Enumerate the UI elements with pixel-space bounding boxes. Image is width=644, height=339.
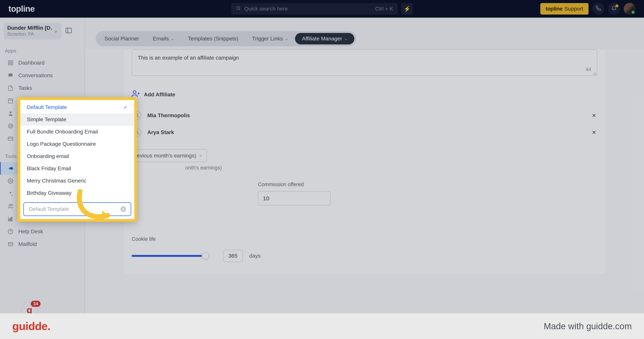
annotation-arrow bbox=[72, 188, 122, 226]
check-icon: ✓ bbox=[124, 104, 128, 110]
option-label: Black Friday Email bbox=[27, 165, 71, 172]
template-option[interactable]: Black Friday Email bbox=[20, 162, 134, 175]
svg-marker-32 bbox=[102, 210, 108, 221]
option-label: Onboarding email bbox=[27, 153, 69, 159]
footer: guidde. Made with guidde.com bbox=[0, 313, 644, 339]
template-option[interactable]: Merry Christmas Generic bbox=[20, 175, 134, 187]
option-label: Birthday Giveaway bbox=[27, 190, 71, 196]
option-label: Simple Template bbox=[27, 116, 66, 123]
option-label: Logo Package Questionnaire bbox=[27, 141, 96, 147]
option-label: Full Bundle Onboarding Email bbox=[27, 129, 98, 135]
template-option[interactable]: Onboarding email bbox=[20, 150, 134, 162]
option-label: Default Template bbox=[27, 104, 67, 110]
template-option[interactable]: Full Bundle Onboarding Email bbox=[20, 126, 134, 138]
template-option[interactable]: Logo Package Questionnaire bbox=[20, 138, 134, 150]
guidde-logo: guidde. bbox=[12, 321, 50, 332]
dropdown-list[interactable]: Default Template✓Simple TemplateFull Bun… bbox=[20, 100, 134, 200]
template-option[interactable]: Default Template✓ bbox=[20, 101, 134, 113]
made-with-label: Made with guidde.com bbox=[544, 321, 632, 331]
option-label: Merry Christmas Generic bbox=[27, 178, 86, 184]
template-option[interactable]: Simple Template bbox=[20, 113, 134, 126]
